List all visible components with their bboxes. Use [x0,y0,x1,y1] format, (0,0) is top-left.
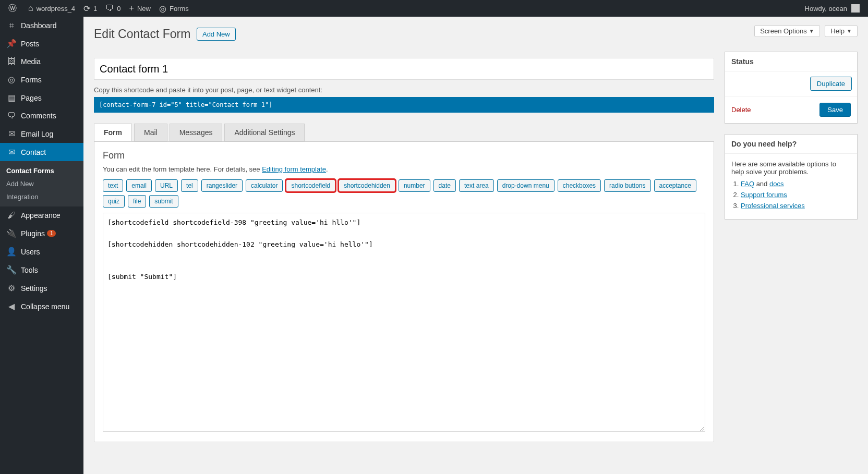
shortcode-display[interactable]: [contact-form-7 id="5" title="Contact fo… [94,97,714,113]
editor-tabs: Form Mail Messages Additional Settings [94,124,714,142]
tag-button-submit[interactable]: submit [149,195,178,208]
screen-options-button[interactable]: Screen Options▼ [754,25,820,37]
comment-icon: 🗨 [105,4,114,13]
adminbar-forms-label: Forms [170,5,189,13]
tag-button-rangeslider[interactable]: rangeslider [201,179,243,192]
tag-button-date[interactable]: date [433,179,456,192]
tag-button-checkboxes[interactable]: checkboxes [558,179,601,192]
contact-icon: ✉ [6,147,17,157]
avatar-icon [851,4,860,13]
help-item-support: Support forums [741,191,851,199]
menu-plugins[interactable]: 🔌Plugins1 [0,224,83,242]
appearance-icon: 🖌 [6,211,17,220]
tag-button-text-area[interactable]: text area [459,179,494,192]
help-item-pro: Professional services [741,202,851,210]
tag-button-quiz[interactable]: quiz [103,195,125,208]
tag-button-number[interactable]: number [399,179,430,192]
form-template-textarea[interactable] [103,213,705,432]
plugins-badge: 1 [47,230,56,237]
menu-users[interactable]: 👤Users [0,242,83,261]
contact-submenu: Contact Forms Add New Integration [0,161,83,206]
editing-template-link[interactable]: Editing form template [262,165,326,173]
forms-icon: ◎ [159,4,166,14]
collapse-menu[interactable]: ◀Collapse menu [0,297,83,315]
tag-button-drop-down-menu[interactable]: drop-down menu [497,179,554,192]
menu-tools[interactable]: 🔧Tools [0,261,83,279]
menu-appearance[interactable]: 🖌Appearance [0,206,83,224]
menu-dashboard[interactable]: ⌗Dashboard [0,17,83,34]
submenu-integration[interactable]: Integration [0,190,83,203]
comments-count: 0 [117,5,120,13]
collapse-icon: ◀ [6,301,17,311]
support-link[interactable]: Support forums [741,191,787,199]
my-account-link[interactable]: Howdy, ocean [801,0,864,17]
new-content-link[interactable]: +New [125,0,155,17]
faq-link[interactable]: FAQ [741,180,754,188]
wp-logo[interactable]: ⓦ [4,0,24,17]
pin-icon: 📌 [6,39,17,48]
tab-additional[interactable]: Additional Settings [224,124,305,141]
page-title: Edit Contact Form [94,22,190,41]
shortcode-hint: Copy this shortcode and paste it into yo… [94,86,714,94]
site-name-link[interactable]: ⌂wordpress_4 [24,0,79,17]
menu-forms[interactable]: ◎Forms [0,70,83,89]
pages-icon: ▤ [6,93,17,103]
tag-button-tel[interactable]: tel [181,179,198,192]
home-icon: ⌂ [28,4,33,13]
howdy-text: Howdy, ocean [805,5,847,13]
tab-form[interactable]: Form [94,124,132,141]
form-detail-text: You can edit the form template here. For… [103,165,705,173]
tag-button-email[interactable]: email [126,179,152,192]
menu-comments[interactable]: 🗨Comments [0,107,83,125]
tag-button-radio-buttons[interactable]: radio buttons [604,179,650,192]
tag-button-acceptance[interactable]: acceptance [654,179,696,192]
docs-link[interactable]: docs [769,180,783,188]
submenu-contact-forms[interactable]: Contact Forms [0,164,83,177]
help-text: Here are some available options to help … [731,160,851,176]
updates-icon: ⟳ [83,4,90,14]
status-title: Status [725,52,857,71]
tag-buttons-row: textemailURLtelrangeslidercalculatorshor… [103,179,705,208]
forms-icon: ◎ [6,75,17,84]
help-box: Do you need help? Here are some availabl… [725,134,858,220]
menu-media[interactable]: 🖼Media [0,53,83,70]
tab-mail[interactable]: Mail [134,124,167,141]
add-new-button[interactable]: Add New [197,28,236,41]
help-item-faq: FAQ and docs [741,180,851,188]
submenu-add-new[interactable]: Add New [0,177,83,190]
form-heading: Form [103,150,705,161]
tag-button-calculator[interactable]: calculator [246,179,283,192]
menu-posts[interactable]: 📌Posts [0,34,83,53]
comments-link[interactable]: 🗨0 [101,0,125,17]
updates-count: 1 [93,5,97,13]
users-icon: 👤 [6,247,17,257]
delete-link[interactable]: Delete [731,106,751,114]
pro-services-link[interactable]: Professional services [741,202,805,210]
tools-icon: 🔧 [6,265,17,275]
duplicate-button[interactable]: Duplicate [810,77,852,91]
settings-icon: ⚙ [6,283,17,293]
save-button[interactable]: Save [819,103,851,117]
form-title-input[interactable] [94,58,714,80]
site-name-label: wordpress_4 [37,5,75,13]
menu-pages[interactable]: ▤Pages [0,89,83,107]
updates-link[interactable]: ⟳1 [79,0,101,17]
plus-icon: + [129,4,134,13]
menu-settings[interactable]: ⚙Settings [0,279,83,297]
plugins-icon: 🔌 [6,228,17,238]
tag-button-shortcodefield[interactable]: shortcodefield [286,179,335,192]
help-button[interactable]: Help▼ [825,25,858,37]
tag-button-text[interactable]: text [103,179,123,192]
adminbar-forms-link[interactable]: ◎Forms [155,0,193,17]
form-panel: Form You can edit the form template here… [94,141,714,442]
tag-button-file[interactable]: file [128,195,146,208]
menu-contact[interactable]: ✉Contact [0,143,83,161]
menu-email-log[interactable]: ✉Email Log [0,125,83,143]
tab-messages[interactable]: Messages [170,124,223,141]
caret-down-icon: ▼ [809,28,814,34]
tag-button-URL[interactable]: URL [155,179,178,192]
status-box: Status Duplicate Delete Save [725,52,858,124]
tag-button-shortcodehidden[interactable]: shortcodehidden [339,179,395,192]
new-label: New [137,5,151,13]
help-title: Do you need help? [725,135,857,154]
